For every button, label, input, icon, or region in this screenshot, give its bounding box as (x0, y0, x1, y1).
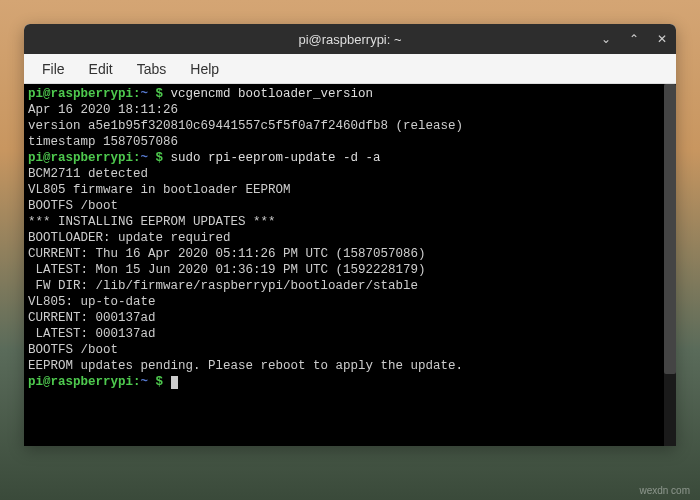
prompt-sep: : (133, 375, 141, 389)
output-line: timestamp 1587057086 (28, 134, 672, 150)
terminal-window: pi@raspberrypi: ~ ⌄ ⌃ ✕ File Edit Tabs H… (24, 24, 676, 446)
prompt-sep: : (133, 87, 141, 101)
menu-tabs[interactable]: Tabs (127, 57, 177, 81)
prompt-path: ~ (141, 151, 149, 165)
prompt-user: pi@raspberrypi (28, 151, 133, 165)
menu-file[interactable]: File (32, 57, 75, 81)
output-line: BOOTFS /boot (28, 342, 672, 358)
cursor-icon (171, 376, 178, 389)
prompt-user: pi@raspberrypi (28, 375, 133, 389)
output-line: BOOTFS /boot (28, 198, 672, 214)
menubar: File Edit Tabs Help (24, 54, 676, 84)
prompt-path: ~ (141, 87, 149, 101)
prompt-line-2: pi@raspberrypi:~ $ sudo rpi-eeprom-updat… (28, 150, 672, 166)
minimize-icon[interactable]: ⌄ (598, 32, 614, 46)
output-line: EEPROM updates pending. Please reboot to… (28, 358, 672, 374)
prompt-sep: : (133, 151, 141, 165)
output-line: CURRENT: Thu 16 Apr 2020 05:11:26 PM UTC… (28, 246, 672, 262)
output-line: FW DIR: /lib/firmware/raspberrypi/bootlo… (28, 278, 672, 294)
output-line: LATEST: Mon 15 Jun 2020 01:36:19 PM UTC … (28, 262, 672, 278)
window-title: pi@raspberrypi: ~ (298, 32, 401, 47)
close-icon[interactable]: ✕ (654, 32, 670, 46)
menu-help[interactable]: Help (180, 57, 229, 81)
menu-edit[interactable]: Edit (79, 57, 123, 81)
titlebar: pi@raspberrypi: ~ ⌄ ⌃ ✕ (24, 24, 676, 54)
command-1: vcgencmd bootloader_version (171, 87, 374, 101)
output-line: Apr 16 2020 18:11:26 (28, 102, 672, 118)
prompt-dollar: $ (148, 151, 171, 165)
output-line: version a5e1b95f320810c69441557c5f5f0a7f… (28, 118, 672, 134)
scrollbar-thumb[interactable] (664, 84, 676, 374)
output-line: *** INSTALLING EEPROM UPDATES *** (28, 214, 672, 230)
scrollbar[interactable] (664, 84, 676, 446)
prompt-path: ~ (141, 375, 149, 389)
output-line: BCM2711 detected (28, 166, 672, 182)
maximize-icon[interactable]: ⌃ (626, 32, 642, 46)
terminal-viewport[interactable]: pi@raspberrypi:~ $ vcgencmd bootloader_v… (24, 84, 676, 446)
window-controls: ⌄ ⌃ ✕ (598, 32, 670, 46)
prompt-line-3: pi@raspberrypi:~ $ (28, 374, 672, 390)
output-line: CURRENT: 000137ad (28, 310, 672, 326)
prompt-dollar: $ (148, 87, 171, 101)
output-line: LATEST: 000137ad (28, 326, 672, 342)
prompt-line-1: pi@raspberrypi:~ $ vcgencmd bootloader_v… (28, 86, 672, 102)
command-2: sudo rpi-eeprom-update -d -a (171, 151, 381, 165)
prompt-user: pi@raspberrypi (28, 87, 133, 101)
prompt-dollar: $ (148, 375, 171, 389)
output-line: VL805 firmware in bootloader EEPROM (28, 182, 672, 198)
watermark: wexdn com (639, 485, 690, 496)
output-line: VL805: up-to-date (28, 294, 672, 310)
output-line: BOOTLOADER: update required (28, 230, 672, 246)
